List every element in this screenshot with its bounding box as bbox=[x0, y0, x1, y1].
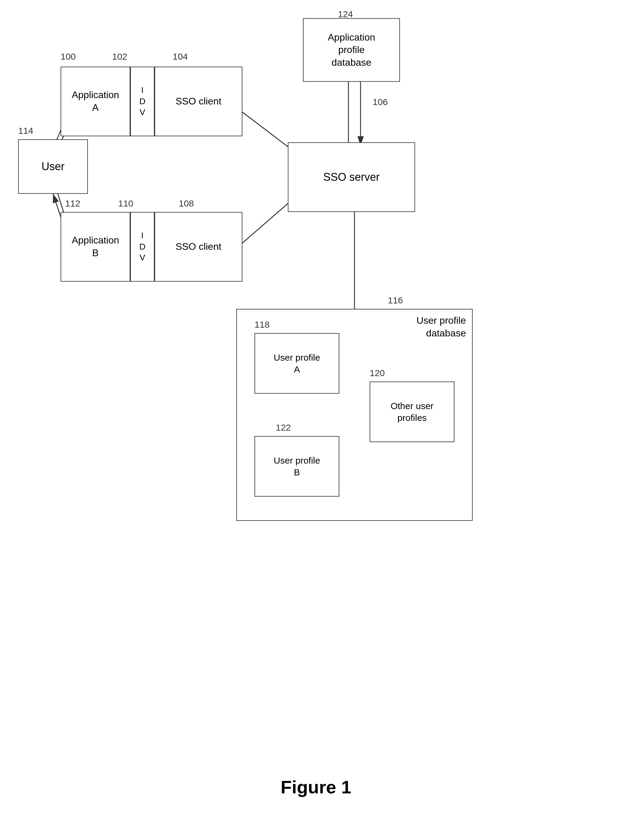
sso-client-b-label: SSO client bbox=[176, 240, 221, 253]
ref-122: 122 bbox=[276, 422, 291, 433]
idv-b-label: I D V bbox=[139, 230, 146, 263]
user-profile-a-label: User profile A bbox=[274, 352, 320, 375]
app-profile-db-box: Application profile database bbox=[303, 18, 400, 82]
ref-110: 110 bbox=[118, 198, 133, 208]
user-profile-b-box: User profile B bbox=[255, 436, 339, 497]
sso-server-label: SSO server bbox=[323, 170, 380, 185]
other-user-profiles-label: Other user profiles bbox=[391, 400, 434, 424]
app-profile-db-label: Application profile database bbox=[328, 31, 375, 69]
ref-120: 120 bbox=[370, 368, 385, 378]
user-profile-a-box: User profile A bbox=[255, 333, 339, 394]
other-user-profiles-box: Other user profiles bbox=[370, 382, 455, 442]
user-profile-db-label: User profile database bbox=[416, 314, 466, 339]
figure-title: Figure 1 bbox=[280, 777, 351, 797]
ref-124: 124 bbox=[338, 9, 353, 19]
application-a-label: Application A bbox=[72, 89, 119, 114]
application-a-box: Application A bbox=[60, 66, 130, 136]
user-profile-b-label: User profile B bbox=[274, 455, 320, 478]
ref-114: 114 bbox=[18, 126, 33, 136]
user-box: User bbox=[18, 139, 88, 194]
ref-106: 106 bbox=[373, 97, 388, 107]
ref-118: 118 bbox=[255, 319, 270, 330]
idv-a-label: I D V bbox=[139, 85, 146, 118]
ref-112: 112 bbox=[65, 198, 80, 208]
sso-client-a-label: SSO client bbox=[176, 95, 221, 108]
user-label: User bbox=[41, 159, 65, 174]
idv-b-box: I D V bbox=[130, 212, 155, 282]
application-b-box: Application B bbox=[60, 212, 130, 282]
ref-108: 108 bbox=[179, 198, 194, 208]
sso-client-a-box: SSO client bbox=[155, 66, 242, 136]
application-b-label: Application B bbox=[72, 234, 119, 259]
idv-a-box: I D V bbox=[130, 66, 155, 136]
sso-server-box: SSO server bbox=[288, 142, 415, 212]
ref-104: 104 bbox=[173, 52, 188, 62]
ref-102: 102 bbox=[112, 52, 127, 62]
ref-100: 100 bbox=[60, 52, 76, 62]
ref-116: 116 bbox=[388, 295, 403, 306]
sso-client-b-box: SSO client bbox=[155, 212, 242, 282]
